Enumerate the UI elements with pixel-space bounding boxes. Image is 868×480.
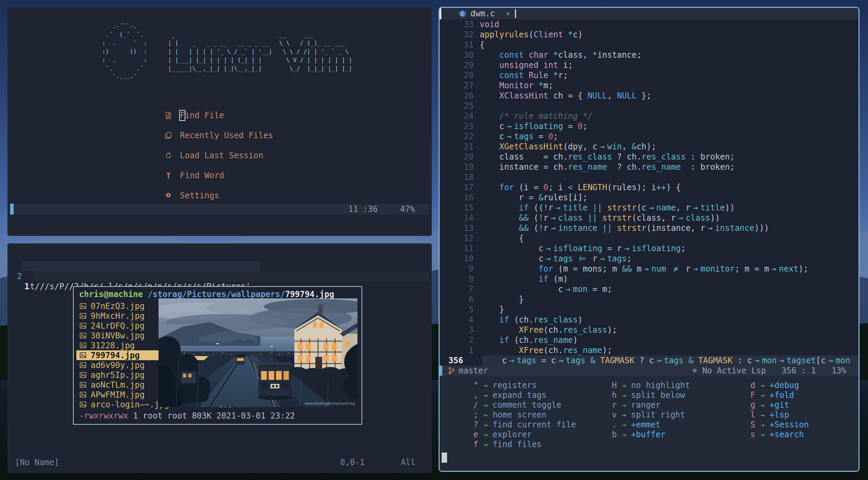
image-file-icon bbox=[80, 323, 87, 329]
code-line[interactable]: 19 instance = ch.res_name ? ch.res_name … bbox=[440, 162, 858, 172]
code-line[interactable]: 4 if (ch.res_class) bbox=[440, 315, 858, 325]
whichkey-description: split below bbox=[631, 390, 685, 400]
code-line[interactable]: 25 bbox=[440, 101, 858, 111]
code-line[interactable]: 6 } bbox=[440, 294, 858, 304]
whichkey-binding--lsp[interactable]: l→+lsp bbox=[740, 410, 809, 420]
code-line[interactable]: 29 unsigned int i; bbox=[440, 60, 858, 70]
code-text: void bbox=[480, 19, 858, 30]
whichkey-binding-split-right[interactable]: v→split right bbox=[602, 410, 690, 420]
whichkey-binding-registers[interactable]: "→registers bbox=[463, 381, 576, 390]
whichkey-binding-no-highlight[interactable]: H→no highlight bbox=[602, 381, 690, 390]
code-line[interactable]: 2 if (ch.res_name) bbox=[440, 335, 858, 345]
whichkey-binding--search[interactable]: s→+search bbox=[740, 430, 809, 440]
filemanager-float-window[interactable]: chris@machine /storag/Pictures/wallpaper… bbox=[73, 286, 362, 425]
code-line[interactable]: 12 { bbox=[440, 233, 858, 243]
whichkey-description: registers bbox=[493, 381, 537, 390]
code-line[interactable]: 27 Monitor *m; bbox=[440, 80, 858, 91]
tab-bar: C dwm.c ✕ bbox=[440, 8, 858, 19]
buffer-line[interactable]: 1 bbox=[10, 261, 429, 271]
image-file-icon bbox=[80, 392, 87, 398]
whichkey-binding--fold[interactable]: F→+fold bbox=[740, 390, 809, 400]
lsp-gear-icon bbox=[692, 368, 698, 374]
window-terminal-filemanager[interactable]: 2 t///s/P//2/h/c/.l/s/n/s/p/p/s/r/r/s/Pi… bbox=[7, 243, 432, 473]
code-text: /* rule matching */ bbox=[480, 111, 858, 121]
code-line[interactable]: 15 if ((!r→title || strstr(c→name, r→tit… bbox=[440, 203, 858, 213]
whichkey-binding--emmet[interactable]: .→+emmet bbox=[602, 420, 690, 430]
code-text: if (m) bbox=[480, 274, 858, 284]
whichkey-binding--session[interactable]: S→+Session bbox=[740, 420, 809, 430]
whichkey-key: b bbox=[602, 430, 617, 440]
whichkey-binding-find-files[interactable]: f→find files bbox=[463, 440, 576, 449]
arrow-right-icon: → bbox=[760, 400, 764, 410]
svg-text:C: C bbox=[461, 11, 464, 17]
window-lunarvim-dashboard[interactable]: .-´``-. .´ (_´ `. _ __ ___ : . ` : | | _… bbox=[7, 7, 432, 236]
whichkey-binding--git[interactable]: g→+git bbox=[740, 400, 809, 410]
whichkey-description: find current file bbox=[493, 420, 576, 430]
code-line[interactable]: 11 c→isfloating = r→isfloating; bbox=[440, 243, 858, 254]
code-line[interactable]: 26 XClassHint ch = { NULL, NULL }; bbox=[440, 91, 858, 101]
line-number: 18 bbox=[440, 172, 480, 182]
code-line[interactable]: 3 XFree(ch.res_class); bbox=[440, 325, 858, 335]
code-line[interactable]: 31{ bbox=[440, 40, 858, 50]
whichkey-binding-expand-tags[interactable]: ,→expand tags bbox=[463, 390, 576, 400]
code-line[interactable]: 33void bbox=[440, 19, 858, 30]
code-line[interactable]: 30 const char *class, *instance; bbox=[440, 50, 858, 60]
code-line[interactable]: 7 c→mon = m; bbox=[440, 284, 858, 294]
whichkey-binding-find-current-file[interactable]: ?→find current file bbox=[463, 420, 576, 430]
filemanager-title: chris@machine /storag/Pictures/wallpaper… bbox=[79, 290, 334, 299]
whichkey-binding-explorer[interactable]: e→explorer bbox=[463, 430, 576, 440]
whichkey-key: S bbox=[740, 420, 755, 430]
code-line[interactable]: 18 bbox=[440, 172, 858, 182]
c-language-icon: C bbox=[459, 10, 466, 18]
code-line[interactable]: 24 /* rule matching */ bbox=[440, 111, 858, 121]
whichkey-description: explorer bbox=[493, 430, 532, 440]
image-file-icon bbox=[80, 382, 87, 388]
close-icon[interactable]: ✕ bbox=[506, 10, 510, 18]
code-line[interactable]: 10 c→tags ⊨ r→tags; bbox=[440, 254, 858, 264]
whichkey-binding-home-screen[interactable]: ;→home screen bbox=[463, 410, 576, 420]
code-line[interactable]: 16 r = &rules[i]; bbox=[440, 192, 858, 203]
code-line[interactable]: 9 for (m = mons; m && m→num ≠ r→monitor;… bbox=[440, 264, 858, 274]
menu-item-recently-used-files[interactable]: Recently Used Files bbox=[164, 130, 273, 141]
line-number: 11 bbox=[440, 243, 480, 254]
whichkey-binding--debug[interactable]: d→+debug bbox=[740, 381, 809, 390]
code-line[interactable]: 14 && (!r→class || strstr(class, r→class… bbox=[440, 213, 858, 223]
code-line[interactable]: 20 class = ch.res_class ? ch.res_class :… bbox=[440, 152, 858, 162]
tab-dwm-c[interactable]: C dwm.c ✕ bbox=[459, 9, 510, 18]
code-line[interactable]: 32applyrules(Client *c) bbox=[440, 30, 858, 40]
code-line[interactable]: 5 } bbox=[440, 304, 858, 315]
whichkey-key: e bbox=[463, 430, 478, 440]
buffer-line[interactable]: 2 t///s/P//2/h/c/.l/s/n/s/p/p/s/r/r/s/Pi… bbox=[10, 251, 429, 261]
code-line[interactable]: 22 c→tags = 0; bbox=[440, 131, 858, 142]
whichkey-key: , bbox=[463, 390, 478, 400]
whichkey-description: expand tags bbox=[493, 390, 547, 400]
code-line[interactable]: 23 c→isfloating = 0; bbox=[440, 121, 858, 131]
code-line[interactable]: 21 XGetClassHint(dpy, c→win, &ch); bbox=[440, 142, 858, 152]
whichkey-description: no highlight bbox=[631, 381, 690, 390]
menu-item-find-file[interactable]: Find File bbox=[164, 110, 273, 121]
code-line[interactable]: 17 for (i = 0; i < LENGTH(rules); i++) { bbox=[440, 182, 858, 192]
code-text: unsigned int i; bbox=[480, 60, 858, 70]
whichkey-binding-split-below[interactable]: h→split below bbox=[602, 390, 690, 400]
cursor-position: 11 :36 bbox=[348, 204, 378, 215]
whichkey-binding--buffer[interactable]: b→+buffer bbox=[602, 430, 690, 440]
code-line[interactable]: 8 if (m) bbox=[440, 274, 858, 284]
line-number: 33 bbox=[440, 19, 480, 30]
line-number: 25 bbox=[440, 101, 480, 111]
window-editor[interactable]: C dwm.c ✕ 33void32applyrules(Client *c)3… bbox=[439, 7, 860, 472]
whichkey-binding-ranger[interactable]: r→ranger bbox=[602, 400, 690, 410]
menu-item-settings[interactable]: Settings bbox=[164, 190, 273, 201]
menu-item-label: Find File bbox=[180, 111, 224, 120]
code-line[interactable]: 356 c→tags = c→tags & TAGMASK ? c→tags &… bbox=[440, 355, 858, 366]
code-line[interactable]: 13 && (!r→instance || strstr(instance, r… bbox=[440, 223, 858, 233]
code-text: } bbox=[480, 294, 858, 304]
code-line[interactable]: 1 XFree(ch.res_name); bbox=[440, 345, 858, 355]
menu-item-find-word[interactable]: TFind Word bbox=[164, 170, 273, 181]
whichkey-key: . bbox=[602, 420, 617, 430]
whichkey-binding-comment-toggle[interactable]: /→comment toggle bbox=[463, 400, 576, 410]
cursor-position: 356 : 1 bbox=[781, 366, 816, 376]
menu-item-load-last-session[interactable]: Load Last Session bbox=[164, 150, 273, 161]
code-line[interactable]: 28 const Rule *r; bbox=[440, 70, 858, 80]
code-text: && (!r→instance || strstr(instance, r→in… bbox=[480, 223, 858, 233]
line-number: 3 bbox=[440, 325, 480, 335]
